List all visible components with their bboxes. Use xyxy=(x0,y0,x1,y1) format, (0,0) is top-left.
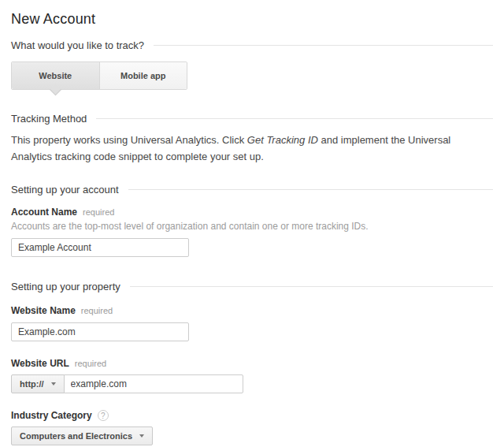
tracking-method-heading: Tracking Method xyxy=(11,113,493,125)
get-tracking-id-text: Get Tracking ID xyxy=(247,134,318,146)
track-type-tabs: Website Mobile app xyxy=(11,61,187,90)
website-url-label-text: Website URL xyxy=(11,358,69,369)
tab-website-label: Website xyxy=(39,71,72,80)
industry-category-label: Industry Category ? xyxy=(11,410,493,421)
page-title: New Account xyxy=(11,11,493,28)
account-section-heading: Setting up your account xyxy=(11,184,493,196)
property-section-heading-label: Setting up your property xyxy=(11,281,120,292)
required-badge: required xyxy=(83,207,114,217)
section-rule xyxy=(128,189,493,190)
tracking-method-heading-label: Tracking Method xyxy=(11,113,87,125)
tracking-method-description: This property works using Universal Anal… xyxy=(11,132,493,165)
industry-category-label-text: Industry Category xyxy=(11,410,92,421)
industry-category-value: Computers and Electronics xyxy=(20,431,132,441)
help-icon[interactable]: ? xyxy=(98,410,109,421)
website-name-input[interactable] xyxy=(11,322,189,341)
section-rule xyxy=(154,45,493,46)
website-url-label: Website URL required xyxy=(11,358,493,369)
account-section-heading-label: Setting up your account xyxy=(11,184,119,196)
section-rule xyxy=(130,286,493,287)
website-name-label-text: Website Name xyxy=(11,305,76,316)
account-name-label-text: Account Name xyxy=(11,207,77,218)
industry-category-dropdown[interactable]: Computers and Electronics xyxy=(11,427,153,445)
track-section-heading-label: What would you like to track? xyxy=(11,39,144,51)
chevron-down-icon xyxy=(139,434,144,438)
tab-mobile-app-label: Mobile app xyxy=(120,71,165,80)
account-name-input[interactable] xyxy=(11,238,189,257)
account-name-help: Accounts are the top-most level of organ… xyxy=(11,221,493,232)
url-protocol-value: http:// xyxy=(20,379,44,389)
website-url-row: http:// xyxy=(11,374,493,393)
section-rule xyxy=(96,118,493,119)
required-badge: required xyxy=(75,359,106,368)
description-text: This property works using Universal Anal… xyxy=(11,134,247,146)
chevron-down-icon xyxy=(51,382,56,386)
track-section-heading: What would you like to track? xyxy=(11,39,493,51)
url-protocol-dropdown[interactable]: http:// xyxy=(11,374,65,393)
website-name-label: Website Name required xyxy=(11,305,493,316)
account-name-label: Account Name required xyxy=(11,207,493,218)
website-url-input[interactable] xyxy=(64,374,243,393)
required-badge: required xyxy=(81,306,113,315)
tab-mobile-app[interactable]: Mobile app xyxy=(100,62,187,89)
property-section-heading: Setting up your property xyxy=(11,281,493,292)
